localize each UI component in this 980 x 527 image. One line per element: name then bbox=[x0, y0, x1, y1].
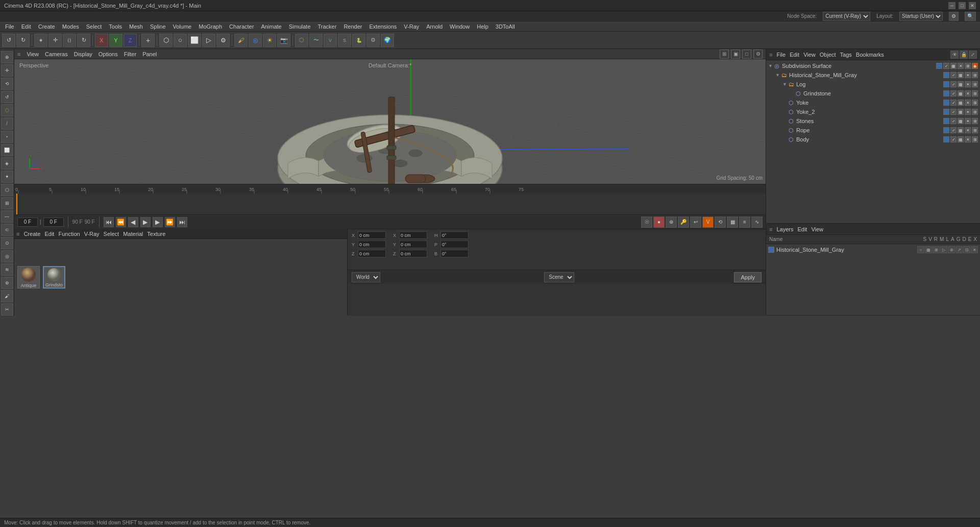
om-dot-y21[interactable] bbox=[943, 109, 949, 115]
om-row-stonemill[interactable]: ▼ 🗂 Historical_Stone_Mill_Gray ✓ ▦ ✕ ⊞ bbox=[766, 70, 980, 80]
material-btn[interactable]: ◎ bbox=[249, 34, 262, 47]
menu-window[interactable]: Window bbox=[447, 22, 473, 31]
om-dot-g4[interactable]: ✕ bbox=[965, 90, 971, 97]
om-dot-b5[interactable]: ⊞ bbox=[972, 136, 978, 142]
om-row-yoke[interactable]: ▷ ⬡ Yoke ✓ ▦ ✕ ⊞ bbox=[766, 98, 980, 107]
rot-b-input[interactable] bbox=[440, 250, 469, 257]
om-dot-y2[interactable]: ✓ bbox=[950, 100, 957, 106]
mat-menu-create[interactable]: Create bbox=[23, 231, 40, 237]
om-dot-r4[interactable]: ✕ bbox=[965, 127, 971, 133]
tool-s3[interactable]: ⬡ bbox=[1, 184, 13, 196]
vp-menu-panel[interactable]: Panel bbox=[142, 51, 157, 57]
settings-btn[interactable]: ⚙ bbox=[216, 34, 230, 47]
scale-button[interactable]: ⟨⟩ bbox=[63, 34, 76, 47]
menu-tracker[interactable]: Tracker bbox=[315, 22, 340, 31]
tool-s5[interactable]: — bbox=[1, 210, 13, 223]
om-dot4[interactable]: ✕ bbox=[958, 63, 964, 69]
undo-button[interactable]: ↺ bbox=[2, 34, 15, 47]
close-button[interactable]: ✕ bbox=[969, 2, 976, 9]
om-dot-b1[interactable] bbox=[943, 136, 949, 142]
om-dot-sm5[interactable]: ⊞ bbox=[972, 72, 978, 78]
icons-btn2[interactable]: 🔍 bbox=[965, 12, 976, 21]
motion-btn[interactable]: ⊛ bbox=[666, 217, 677, 228]
node-space-select[interactable]: Current (V-Ray) bbox=[823, 12, 870, 21]
z-axis-btn[interactable]: Z bbox=[124, 34, 137, 47]
menu-select[interactable]: Select bbox=[83, 22, 105, 31]
sync-btn[interactable]: ⟲ bbox=[715, 217, 726, 228]
spline-btn[interactable]: 〜 bbox=[309, 34, 323, 47]
tool-poly[interactable]: ⬡ bbox=[1, 104, 13, 116]
script-btn[interactable]: S bbox=[338, 34, 351, 47]
x-axis-btn[interactable]: X bbox=[95, 34, 108, 47]
om-dot-y1[interactable] bbox=[943, 100, 949, 106]
om-dot-st1[interactable] bbox=[943, 118, 949, 124]
om-dot-r3[interactable]: ▦ bbox=[958, 127, 964, 133]
om-dot6[interactable]: ◆ bbox=[972, 63, 978, 69]
om-dot-y25[interactable]: ⊞ bbox=[972, 109, 978, 115]
om-lock-icon[interactable]: 🔒 bbox=[960, 51, 968, 59]
play-btn[interactable]: ▶ bbox=[140, 217, 151, 227]
timeline-btn[interactable]: ≡ bbox=[739, 217, 750, 228]
tool-s10[interactable]: ⊛ bbox=[1, 277, 13, 289]
icons-btn[interactable]: ⚙ bbox=[949, 12, 959, 21]
tool-move[interactable]: ✛ bbox=[1, 64, 13, 77]
layer-anim[interactable]: ▷ bbox=[940, 246, 947, 253]
om-dot-g1[interactable] bbox=[943, 90, 949, 97]
om-dot3[interactable]: ▦ bbox=[950, 63, 957, 69]
tool-select[interactable]: ⊕ bbox=[1, 51, 13, 63]
om-dot-g5[interactable]: ⊞ bbox=[972, 90, 978, 97]
tool-s8[interactable]: ◎ bbox=[1, 250, 13, 262]
om-expand-log[interactable]: ▼ bbox=[782, 82, 788, 87]
layer-exp[interactable]: ⊡ bbox=[963, 246, 970, 253]
vp-fit-btn[interactable]: ⊞ bbox=[720, 50, 729, 59]
om-dot-log3[interactable]: ▦ bbox=[958, 81, 964, 87]
camera-btn[interactable]: 📷 bbox=[277, 34, 290, 47]
tool-s12[interactable]: ✂ bbox=[1, 303, 13, 316]
menu-tools[interactable]: Tools bbox=[106, 22, 125, 31]
go-start-btn[interactable]: ⏮ bbox=[104, 217, 114, 227]
solo-btn[interactable]: ☉ bbox=[641, 217, 652, 228]
layers-menu-edit[interactable]: Edit bbox=[797, 226, 807, 232]
rotate-button[interactable]: ↻ bbox=[77, 34, 90, 47]
tool-s11[interactable]: 🖌 bbox=[1, 290, 13, 302]
menu-spline[interactable]: Spline bbox=[147, 22, 169, 31]
rot-p-input[interactable] bbox=[440, 241, 469, 248]
om-dot-st4[interactable]: ✕ bbox=[965, 118, 971, 124]
om-dot-sm1[interactable] bbox=[943, 72, 949, 78]
curve-btn[interactable]: ∿ bbox=[751, 217, 763, 228]
sphere-btn[interactable]: ○ bbox=[174, 34, 187, 47]
key-btn[interactable]: 🔑 bbox=[678, 217, 689, 228]
light-btn[interactable]: ☀ bbox=[263, 34, 276, 47]
pos-z-input[interactable] bbox=[358, 250, 386, 257]
om-dot-sm4[interactable]: ✕ bbox=[965, 72, 971, 78]
om-dot5[interactable]: ⊞ bbox=[965, 63, 971, 69]
pos-x-input[interactable] bbox=[358, 231, 386, 239]
om-dot-sm2[interactable]: ✓ bbox=[950, 72, 957, 78]
world-select[interactable]: World bbox=[352, 272, 380, 282]
next-frame-btn[interactable]: ▶ bbox=[153, 217, 163, 227]
pos-y-input[interactable] bbox=[358, 241, 386, 248]
layer-render[interactable]: ⊞ bbox=[933, 246, 940, 253]
om-dot-b2[interactable]: ✓ bbox=[950, 136, 957, 142]
size-y-input[interactable] bbox=[399, 241, 427, 248]
om-dot-y3[interactable]: ▦ bbox=[958, 100, 964, 106]
om-row-stones[interactable]: ▷ ⬡ Stones ✓ ▦ ✕ ⊞ bbox=[766, 116, 980, 126]
om-row-yoke2[interactable]: ▷ ⬡ Yoke_2 ✓ ▦ ✕ ⊞ bbox=[766, 107, 980, 116]
layers-menu-layers[interactable]: Layers bbox=[776, 226, 793, 232]
mat-menu-vray[interactable]: V-Ray bbox=[84, 231, 100, 237]
om-dot-y4[interactable]: ✕ bbox=[965, 100, 971, 106]
om-dot-log5[interactable]: ⊞ bbox=[972, 81, 978, 87]
om-menu-view[interactable]: View bbox=[803, 52, 816, 58]
layout-select[interactable]: Startup (User) bbox=[899, 12, 943, 21]
menu-arnold[interactable]: Arnold bbox=[423, 22, 446, 31]
vp-menu-filter[interactable]: Filter bbox=[124, 51, 136, 57]
tool-s4[interactable]: ⊞ bbox=[1, 197, 13, 209]
next-key-btn[interactable]: ⏩ bbox=[165, 217, 175, 227]
om-menu-tags[interactable]: Tags bbox=[840, 52, 852, 58]
vp-menu-view[interactable]: View bbox=[27, 51, 39, 57]
menu-character[interactable]: Character bbox=[226, 22, 257, 31]
rot-h-input[interactable] bbox=[440, 231, 469, 239]
scene-select[interactable]: Scene bbox=[544, 272, 574, 282]
om-dot2[interactable]: ✓ bbox=[943, 63, 949, 69]
om-row-grindstone[interactable]: ▷ ⬡ Grindstone ✓ ▦ ✕ ⊞ bbox=[766, 89, 980, 98]
